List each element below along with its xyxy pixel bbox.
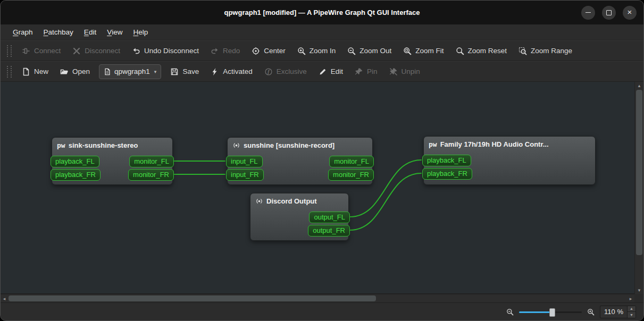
speaker-icon xyxy=(232,141,240,149)
activated-button[interactable]: Activated xyxy=(205,64,258,79)
new-button[interactable]: New xyxy=(16,64,54,79)
menu-edit[interactable]: Edit xyxy=(79,24,102,40)
port-output_FR[interactable]: output_FR xyxy=(308,225,350,236)
port-playback_FL[interactable]: playback_FL xyxy=(422,155,471,166)
close-icon: × xyxy=(628,8,632,16)
disconnect-button[interactable]: Disconnect xyxy=(66,44,126,58)
patchbay-file-icon xyxy=(104,68,111,75)
zoom-slider-handle[interactable] xyxy=(549,308,555,317)
exclusive-button[interactable]: fExclusive xyxy=(258,64,313,79)
zoom-out-icon[interactable] xyxy=(506,308,514,316)
minimize-icon xyxy=(586,12,591,13)
node-sink-sunshine-stereo[interactable]: pwsink-sunshine-stereoplayback_FLplaybac… xyxy=(52,137,173,185)
port-monitor_FL[interactable]: monitor_FL xyxy=(129,156,174,167)
toolbar-button-label: Activated xyxy=(223,67,253,75)
toolbar-button-label: Connect xyxy=(34,47,61,55)
port-input_FR[interactable]: input_FR xyxy=(226,169,264,181)
toolbar-button-label: Zoom In xyxy=(310,47,336,55)
node-header: Discord Output xyxy=(250,193,348,207)
scroll-down-arrow[interactable]: ▾ xyxy=(635,286,643,294)
toolbar-button-label: Undo Disconnect xyxy=(144,47,199,55)
zoom-in-icon[interactable] xyxy=(587,308,595,316)
node-family-hd-audio[interactable]: pwFamily 17h/19h HD Audio Contr...playba… xyxy=(423,136,596,185)
vertical-scrollbar[interactable]: ▴ ▾ xyxy=(634,82,643,294)
title-bar: qpwgraph1 [modified] — A PipeWire Graph … xyxy=(1,1,643,24)
graph-canvas[interactable]: pwsink-sunshine-stereoplayback_FLplaybac… xyxy=(1,82,634,294)
node-sunshine[interactable]: sunshine [sunshine-record]input_FLinput_… xyxy=(227,137,373,185)
canvas-area: pwsink-sunshine-stereoplayback_FLplaybac… xyxy=(1,82,643,302)
port-monitor_FR[interactable]: monitor_FR xyxy=(328,169,374,181)
minimize-button[interactable] xyxy=(581,6,595,20)
vertical-scrollbar-thumb[interactable] xyxy=(636,90,642,255)
toolbar-button-label: Zoom Reset xyxy=(468,47,507,55)
port-output_FL[interactable]: output_FL xyxy=(309,212,350,223)
toolbar-button-label: Zoom Out xyxy=(359,47,391,55)
zoom-fit-button[interactable]: Zoom Fit xyxy=(397,44,449,58)
save-button[interactable]: Save xyxy=(164,64,205,79)
toolbar-button-label: Save xyxy=(182,67,199,75)
patchbay-profile-combobox[interactable]: qpwgraph1▾ xyxy=(99,64,161,79)
zoom-range-button[interactable]: Zoom Range xyxy=(513,44,578,58)
app-window: qpwgraph1 [modified] — A PipeWire Graph … xyxy=(0,0,644,321)
zoom-in-icon xyxy=(297,47,306,55)
zoom-out-button[interactable]: Zoom Out xyxy=(341,44,397,58)
menu-bar: GraphPatchbayEditViewHelp xyxy=(1,24,643,40)
toolbar-button-label: Redo xyxy=(223,47,240,55)
center-button[interactable]: Center xyxy=(246,44,291,58)
open-button[interactable]: Open xyxy=(54,64,96,79)
horizontal-scrollbar-thumb[interactable] xyxy=(9,295,376,301)
zoom-fit-icon xyxy=(403,47,412,55)
toolbar-button-label: New xyxy=(34,67,48,75)
maximize-button[interactable] xyxy=(602,6,616,20)
edit-button[interactable]: Edit xyxy=(313,64,349,79)
menu-patchbay[interactable]: Patchbay xyxy=(38,24,79,40)
spin-down-arrow[interactable]: ▼ xyxy=(628,312,635,318)
scroll-right-arrow[interactable]: ▸ xyxy=(627,294,634,302)
unpin-button[interactable]: Unpin xyxy=(383,64,426,79)
spin-up-arrow[interactable]: ▲ xyxy=(628,306,635,312)
redo-icon xyxy=(211,47,219,55)
status-bar: 110 % ▲ ▼ xyxy=(1,302,643,320)
port-playback_FR[interactable]: playback_FR xyxy=(422,168,472,180)
patchbay-profile-name: qpwgraph1 xyxy=(114,67,150,75)
menu-view[interactable]: View xyxy=(102,24,128,40)
node-header: sunshine [sunshine-record] xyxy=(228,138,372,151)
port-input_FL[interactable]: input_FL xyxy=(226,156,263,167)
toolbar-button-label: Zoom Fit xyxy=(415,47,444,55)
undo-disconnect-button[interactable]: Undo Disconnect xyxy=(126,44,205,58)
toolbar-button-label: Pin xyxy=(367,67,378,75)
zoom-slider-track xyxy=(551,311,582,313)
close-button[interactable]: × xyxy=(623,6,637,20)
patchbay-toolbar: NewOpenqpwgraph1▾SaveActivatedfExclusive… xyxy=(1,61,643,82)
toolbar-drag-handle[interactable] xyxy=(7,45,12,57)
menu-graph[interactable]: Graph xyxy=(7,24,38,40)
chevron-down-icon: ▾ xyxy=(154,69,157,74)
undo-icon xyxy=(132,47,140,55)
toolbar-button-label: Disconnect xyxy=(85,47,120,55)
node-title: sunshine [sunshine-record] xyxy=(244,141,334,149)
patchbay-toolbar-items: NewOpenqpwgraph1▾SaveActivatedfExclusive… xyxy=(16,62,426,81)
port-playback_FR[interactable]: playback_FR xyxy=(51,169,101,181)
pin-button[interactable]: Pin xyxy=(349,64,383,79)
toolbar-drag-handle[interactable] xyxy=(7,66,12,78)
zoom-slider[interactable] xyxy=(519,308,582,316)
redo-button[interactable]: Redo xyxy=(205,44,246,58)
node-discord-output[interactable]: Discord Outputoutput_FLoutput_FR xyxy=(250,193,349,241)
zoom-in-button[interactable]: Zoom In xyxy=(291,44,342,58)
open-icon xyxy=(60,67,69,76)
port-monitor_FL[interactable]: monitor_FL xyxy=(329,156,374,167)
port-monitor_FR[interactable]: monitor_FR xyxy=(128,169,174,181)
connect-icon xyxy=(22,47,30,55)
port-playback_FL[interactable]: playback_FL xyxy=(51,156,99,167)
zoom-reset-button[interactable]: Zoom Reset xyxy=(450,44,513,58)
zoom-out-icon xyxy=(347,47,356,55)
connect-button[interactable]: Connect xyxy=(16,44,66,58)
zoom-value: 110 % xyxy=(600,306,627,318)
horizontal-scrollbar[interactable]: ◂ ▸ xyxy=(1,294,634,302)
node-title: sink-sunshine-stereo xyxy=(69,141,138,149)
scroll-up-arrow[interactable]: ▴ xyxy=(635,82,643,89)
zoom-slider-fill xyxy=(519,311,551,313)
zoom-spinbox[interactable]: 110 % ▲ ▼ xyxy=(600,306,636,318)
scroll-left-arrow[interactable]: ◂ xyxy=(1,294,8,302)
menu-help[interactable]: Help xyxy=(128,24,153,40)
